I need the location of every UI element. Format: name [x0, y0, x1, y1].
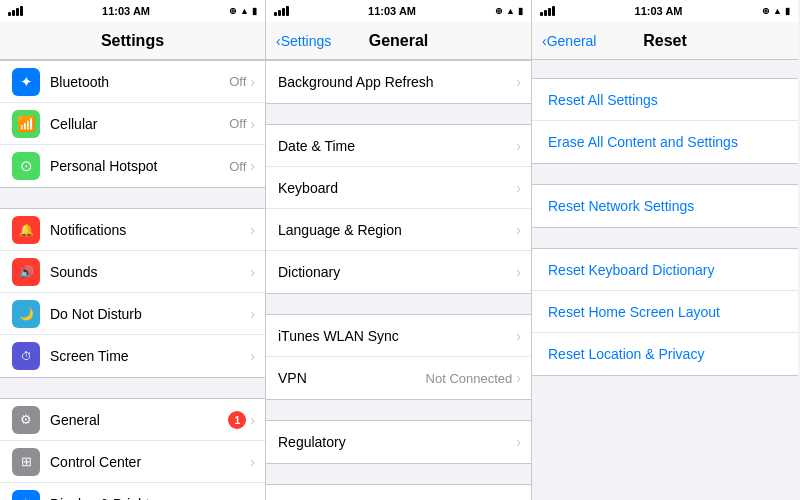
- reset-all-settings-link[interactable]: Reset All Settings: [532, 79, 798, 121]
- nav-header-1: Settings: [0, 22, 265, 60]
- signal-icon-3: [540, 6, 555, 16]
- general-row[interactable]: ⚙ General 1 ›: [0, 399, 265, 441]
- wifi-icon: ▲: [240, 6, 249, 16]
- general-icon: ⚙: [12, 406, 40, 434]
- cellular-value: Off: [229, 116, 246, 131]
- battery-icon-3: ▮: [785, 6, 790, 16]
- chevron-icon: ›: [516, 370, 521, 386]
- chevron-icon: ›: [250, 412, 255, 428]
- chevron-icon: ›: [516, 74, 521, 90]
- reset-homescreen-label: Reset Home Screen Layout: [548, 304, 720, 320]
- sounds-row[interactable]: 🔊 Sounds ›: [0, 251, 265, 293]
- chevron-icon: ›: [250, 496, 255, 501]
- time-3: 11:03 AM: [635, 5, 683, 17]
- status-bar-1: 11:03 AM ⊕ ▲ ▮: [0, 0, 265, 22]
- hotspot-row[interactable]: ⊙ Personal Hotspot Off ›: [0, 145, 265, 187]
- reset-location-label: Reset Location & Privacy: [548, 346, 704, 362]
- display-label: Display & Brightness: [50, 496, 250, 501]
- general-list: Background App Refresh › Date & Time › K…: [266, 60, 531, 500]
- bluetooth-row[interactable]: ✦ Bluetooth Off ›: [0, 61, 265, 103]
- general-label: General: [50, 412, 228, 428]
- itunes-row[interactable]: iTunes WLAN Sync ›: [266, 315, 531, 357]
- cellular-row[interactable]: 📶 Cellular Off ›: [0, 103, 265, 145]
- controlcenter-label: Control Center: [50, 454, 250, 470]
- reset-keyboard-link[interactable]: Reset Keyboard Dictionary: [532, 249, 798, 291]
- chevron-icon: ›: [516, 434, 521, 450]
- back-label-2: Settings: [281, 33, 332, 49]
- donotdisturb-icon: 🌙: [12, 300, 40, 328]
- chevron-icon: ›: [516, 180, 521, 196]
- chevron-icon: ›: [250, 454, 255, 470]
- reset-panel: 11:03 AM ⊕ ▲ ▮ ‹ General Reset Reset All…: [532, 0, 798, 500]
- reset-list: Reset All Settings Erase All Content and…: [532, 60, 798, 500]
- status-icons-1: ⊕ ▲ ▮: [229, 6, 257, 16]
- notifications-icon: 🔔: [12, 216, 40, 244]
- bg-refresh-row[interactable]: Background App Refresh ›: [266, 61, 531, 103]
- time-2: 11:03 AM: [368, 5, 416, 17]
- reset-all-section: Reset All Settings Erase All Content and…: [532, 78, 798, 164]
- reset-section: Reset › Shut Down: [266, 484, 531, 500]
- display-row[interactable]: ☀ Display & Brightness ›: [0, 483, 265, 500]
- time-1: 11:03 AM: [102, 5, 150, 17]
- cellular-icon: 📶: [12, 110, 40, 138]
- chevron-icon: ›: [250, 306, 255, 322]
- display-icon: ☀: [12, 490, 40, 501]
- location-icon-3: ⊕: [762, 6, 770, 16]
- dictionary-row[interactable]: Dictionary ›: [266, 251, 531, 293]
- notifications-section: 🔔 Notifications › 🔊 Sounds › 🌙 Do Not Di…: [0, 208, 265, 378]
- bluetooth-icon: ✦: [12, 68, 40, 96]
- reset-homescreen-link[interactable]: Reset Home Screen Layout: [532, 291, 798, 333]
- chevron-icon: ›: [516, 264, 521, 280]
- battery-icon-2: ▮: [518, 6, 523, 16]
- reset-keyboard-section: Reset Keyboard Dictionary Reset Home Scr…: [532, 248, 798, 376]
- settings-list-1: ✦ Bluetooth Off › 📶 Cellular Off › ⊙ Per…: [0, 60, 265, 500]
- notifications-row[interactable]: 🔔 Notifications ›: [0, 209, 265, 251]
- back-button-2[interactable]: ‹ Settings: [276, 33, 331, 49]
- general-panel: 11:03 AM ⊕ ▲ ▮ ‹ Settings General Backgr…: [266, 0, 532, 500]
- vpn-row[interactable]: VPN Not Connected ›: [266, 357, 531, 399]
- reset-network-link[interactable]: Reset Network Settings: [532, 185, 798, 227]
- chevron-icon: ›: [516, 328, 521, 344]
- chevron-icon: ›: [250, 116, 255, 132]
- general-section: ⚙ General 1 › ⊞ Control Center › ☀ Displ…: [0, 398, 265, 500]
- network-section: ✦ Bluetooth Off › 📶 Cellular Off › ⊙ Per…: [0, 60, 265, 188]
- controlcenter-row[interactable]: ⊞ Control Center ›: [0, 441, 265, 483]
- screentime-row[interactable]: ⏱ Screen Time ›: [0, 335, 265, 377]
- nav-header-2: ‹ Settings General: [266, 22, 531, 60]
- language-label: Language & Region: [278, 222, 516, 238]
- separator-2: [0, 380, 265, 398]
- reset-network-label: Reset Network Settings: [548, 198, 694, 214]
- itunes-label: iTunes WLAN Sync: [278, 328, 516, 344]
- dictionary-label: Dictionary: [278, 264, 516, 280]
- wifi-icon-2: ▲: [506, 6, 515, 16]
- hotspot-value: Off: [229, 159, 246, 174]
- reset-location-link[interactable]: Reset Location & Privacy: [532, 333, 798, 375]
- separator-3: [266, 106, 531, 124]
- erase-content-link[interactable]: Erase All Content and Settings: [532, 121, 798, 163]
- reset-keyboard-label: Reset Keyboard Dictionary: [548, 262, 715, 278]
- status-icons-3: ⊕ ▲ ▮: [762, 6, 790, 16]
- sounds-icon: 🔊: [12, 258, 40, 286]
- signal-icon: [8, 6, 23, 16]
- separator-r1: [532, 166, 798, 184]
- datetime-label: Date & Time: [278, 138, 516, 154]
- chevron-icon: ›: [250, 348, 255, 364]
- status-bar-2: 11:03 AM ⊕ ▲ ▮: [266, 0, 531, 22]
- chevron-icon: ›: [250, 264, 255, 280]
- regulatory-row[interactable]: Regulatory ›: [266, 421, 531, 463]
- datetime-row[interactable]: Date & Time ›: [266, 125, 531, 167]
- keyboard-row[interactable]: Keyboard ›: [266, 167, 531, 209]
- notifications-label: Notifications: [50, 222, 250, 238]
- status-bar-3: 11:03 AM ⊕ ▲ ▮: [532, 0, 798, 22]
- chevron-icon: ›: [516, 222, 521, 238]
- reset-row[interactable]: Reset ›: [266, 485, 531, 500]
- nav-header-3: ‹ General Reset: [532, 22, 798, 60]
- vpn-label: VPN: [278, 370, 426, 386]
- status-icons-2: ⊕ ▲ ▮: [495, 6, 523, 16]
- hotspot-icon: ⊙: [12, 152, 40, 180]
- language-row[interactable]: Language & Region ›: [266, 209, 531, 251]
- separator-6: [266, 466, 531, 484]
- donotdisturb-row[interactable]: 🌙 Do Not Disturb ›: [0, 293, 265, 335]
- back-button-3[interactable]: ‹ General: [542, 33, 596, 49]
- controlcenter-icon: ⊞: [12, 448, 40, 476]
